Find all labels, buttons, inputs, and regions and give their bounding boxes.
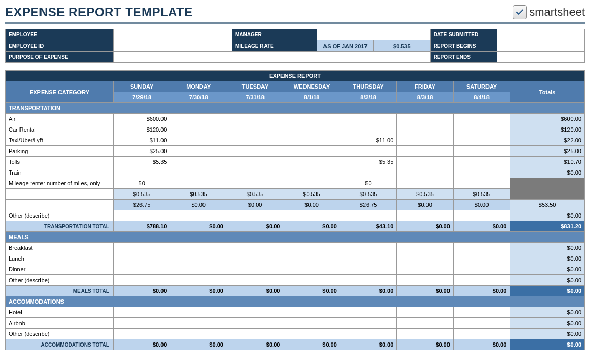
- cell[interactable]: [170, 210, 227, 221]
- cell[interactable]: [227, 318, 283, 329]
- cell[interactable]: [453, 210, 510, 221]
- cell[interactable]: [453, 114, 510, 124]
- cell[interactable]: [283, 114, 340, 124]
- cell[interactable]: [340, 318, 396, 329]
- cell[interactable]: [397, 307, 453, 318]
- manager-field[interactable]: [317, 29, 430, 40]
- date-submitted-field[interactable]: [497, 29, 585, 40]
- cell[interactable]: [340, 167, 396, 178]
- cell[interactable]: $5.35: [340, 157, 396, 167]
- cell[interactable]: [170, 275, 227, 286]
- cell[interactable]: [227, 253, 283, 264]
- cell[interactable]: [453, 135, 510, 146]
- cell[interactable]: [453, 243, 510, 253]
- cell[interactable]: [227, 157, 283, 167]
- cell[interactable]: [170, 307, 227, 318]
- cell[interactable]: [397, 253, 453, 264]
- cell[interactable]: [453, 157, 510, 167]
- cell[interactable]: [283, 275, 340, 286]
- cell[interactable]: [397, 178, 453, 189]
- cell[interactable]: [113, 329, 170, 339]
- cell[interactable]: [283, 329, 340, 339]
- cell[interactable]: [170, 243, 227, 253]
- cell[interactable]: [227, 124, 283, 135]
- cell[interactable]: $25.00: [113, 146, 170, 157]
- cell[interactable]: [227, 307, 283, 318]
- cell[interactable]: [227, 146, 283, 157]
- cell[interactable]: [113, 275, 170, 286]
- cell[interactable]: $120.00: [113, 124, 170, 135]
- cell[interactable]: [453, 307, 510, 318]
- cell[interactable]: [283, 264, 340, 275]
- cell[interactable]: [453, 253, 510, 264]
- cell[interactable]: $11.00: [340, 135, 396, 146]
- cell[interactable]: [453, 167, 510, 178]
- cell[interactable]: [170, 318, 227, 329]
- cell[interactable]: [283, 135, 340, 146]
- cell[interactable]: [340, 146, 396, 157]
- cell[interactable]: [170, 253, 227, 264]
- cell[interactable]: [227, 167, 283, 178]
- cell[interactable]: [397, 146, 453, 157]
- cell[interactable]: [170, 264, 227, 275]
- cell[interactable]: [227, 275, 283, 286]
- cell[interactable]: [340, 253, 396, 264]
- cell[interactable]: 50: [340, 178, 396, 189]
- cell[interactable]: [113, 253, 170, 264]
- cell[interactable]: [227, 243, 283, 253]
- cell[interactable]: [340, 243, 396, 253]
- cell[interactable]: [397, 210, 453, 221]
- cell[interactable]: $11.00: [113, 135, 170, 146]
- cell[interactable]: [397, 135, 453, 146]
- cell[interactable]: [453, 124, 510, 135]
- cell[interactable]: [170, 178, 227, 189]
- cell[interactable]: [453, 329, 510, 339]
- cell[interactable]: [453, 146, 510, 157]
- purpose-field[interactable]: [113, 52, 430, 63]
- cell[interactable]: [397, 114, 453, 124]
- cell[interactable]: $600.00: [113, 114, 170, 124]
- cell[interactable]: [283, 124, 340, 135]
- cell[interactable]: [340, 329, 396, 339]
- cell[interactable]: [113, 167, 170, 178]
- cell[interactable]: [397, 275, 453, 286]
- cell[interactable]: [453, 275, 510, 286]
- cell[interactable]: [227, 264, 283, 275]
- cell[interactable]: [340, 264, 396, 275]
- cell[interactable]: [170, 135, 227, 146]
- cell[interactable]: [227, 114, 283, 124]
- cell[interactable]: [283, 157, 340, 167]
- cell[interactable]: [340, 275, 396, 286]
- employee-field[interactable]: [113, 29, 232, 40]
- cell[interactable]: [227, 210, 283, 221]
- cell[interactable]: [227, 135, 283, 146]
- report-begins-field[interactable]: [497, 40, 585, 52]
- cell[interactable]: [340, 124, 396, 135]
- cell[interactable]: 50: [113, 178, 170, 189]
- cell[interactable]: $5.35: [113, 157, 170, 167]
- cell[interactable]: [113, 318, 170, 329]
- cell[interactable]: [170, 114, 227, 124]
- cell[interactable]: [397, 329, 453, 339]
- cell[interactable]: [283, 243, 340, 253]
- cell[interactable]: [227, 329, 283, 339]
- cell[interactable]: [283, 146, 340, 157]
- cell[interactable]: [170, 167, 227, 178]
- cell[interactable]: [453, 318, 510, 329]
- cell[interactable]: [397, 264, 453, 275]
- cell[interactable]: [113, 307, 170, 318]
- cell[interactable]: [453, 178, 510, 189]
- cell[interactable]: [170, 124, 227, 135]
- employee-id-field[interactable]: [113, 40, 232, 52]
- cell[interactable]: [227, 178, 283, 189]
- cell[interactable]: [283, 210, 340, 221]
- cell[interactable]: [453, 264, 510, 275]
- cell[interactable]: [113, 243, 170, 253]
- cell[interactable]: [113, 210, 170, 221]
- cell[interactable]: [283, 318, 340, 329]
- cell[interactable]: [170, 329, 227, 339]
- cell[interactable]: [283, 178, 340, 189]
- cell[interactable]: [397, 157, 453, 167]
- cell[interactable]: [283, 253, 340, 264]
- cell[interactable]: [170, 146, 227, 157]
